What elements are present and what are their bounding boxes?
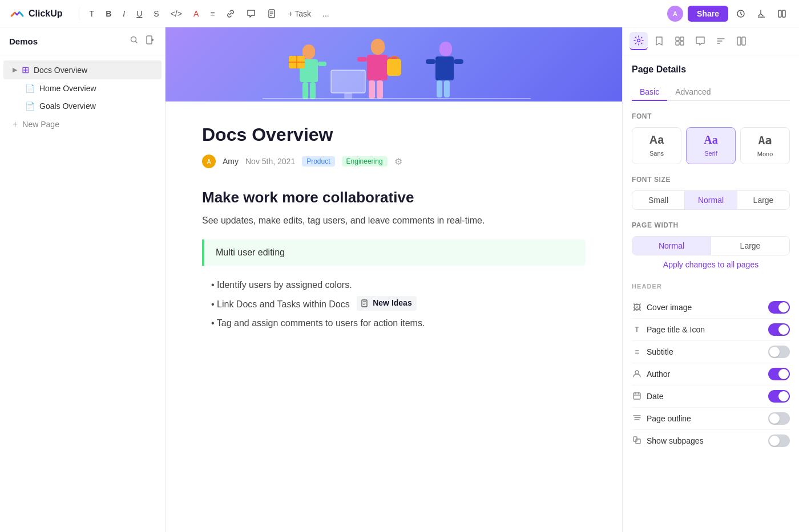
toggle-list: 🖼 Cover image T Page title & Icon [632,297,790,452]
font-option-mono[interactable]: Aa Mono [740,127,790,164]
panel-icon-tabs [623,27,799,55]
page-title-toggle[interactable] [768,323,790,336]
svg-rect-21 [371,39,385,55]
bullet-list: Identify users by assigned colors. Link … [202,277,586,331]
panel-tab-settings[interactable] [629,32,648,50]
author-icon [632,369,642,379]
nav-item-label: Docs Overview [34,66,87,75]
svg-rect-49 [737,37,741,45]
sidebar-item-goals-overview[interactable]: 📄 Goals Overview [3,98,162,115]
subtab-basic[interactable]: Basic [632,84,667,101]
tag-engineering[interactable]: Engineering [342,156,388,166]
underline-btn[interactable]: U [133,7,146,21]
right-panel: Page Details Basic Advanced Font Aa Sans… [622,27,799,532]
font-sans-name: Sans [649,150,664,157]
bookmark-icon [654,36,664,46]
layout-icon [777,9,786,18]
more-btn[interactable]: ... [319,7,333,21]
page-outline-label-row: Page outline [632,414,691,424]
search-btn[interactable] [128,34,140,48]
sidebar-header: Demos [0,27,165,55]
settings-icon[interactable]: ⚙ [394,156,402,167]
svg-rect-29 [435,56,454,80]
page-outline-toggle[interactable] [768,412,790,425]
tag-product[interactable]: Product [302,156,334,166]
new-page-item[interactable]: + New Page [3,115,162,133]
comment-tab-icon [695,36,705,46]
app-logo[interactable]: ClickUp [9,6,63,22]
font-option-serif[interactable]: Aa Serif [686,127,736,164]
toolbar-right: A Share [667,6,790,22]
inline-link-new-ideas[interactable]: New Ideas [357,296,416,311]
size-normal[interactable]: Normal [685,191,737,209]
date-toggle[interactable] [768,390,790,403]
bold-btn[interactable]: B [102,7,115,21]
code-btn[interactable]: </> [167,7,185,21]
size-large[interactable]: Large [737,191,789,209]
new-doc-icon [146,35,155,44]
svg-rect-35 [331,70,365,93]
svg-rect-23 [357,57,367,62]
comment-btn[interactable] [243,7,259,21]
color-btn[interactable]: A [190,7,202,21]
page-outline-label: Page outline [647,414,691,423]
strikethrough-btn[interactable]: S [150,7,162,21]
content-area: Docs Overview A Amy Nov 5th, 2021 Produc… [166,27,622,532]
search-icon [130,35,139,44]
toggle-row-date: Date [632,385,790,408]
text-tool-btn[interactable]: T [86,7,98,21]
user-avatar[interactable]: A [667,6,683,22]
show-subpages-toggle[interactable] [768,434,790,447]
panel-tab-comment[interactable] [691,32,709,50]
history-btn[interactable] [733,7,749,21]
width-large[interactable]: Large [711,237,789,255]
page-date: Nov 5th, 2021 [245,157,295,166]
size-small[interactable]: Small [632,191,685,209]
svg-rect-45 [680,42,684,45]
panel-tab-grid[interactable] [671,32,689,50]
panel-tab-bookmark[interactable] [650,32,668,50]
share-button[interactable]: Share [688,6,728,22]
panel-tab-view[interactable] [732,32,750,50]
panel-tab-sort[interactable] [712,32,730,50]
font-section-label: Font [632,112,790,120]
date-label: Date [647,392,664,401]
sidebar-item-docs-overview[interactable]: ▶ ⊞ Docs Overview [3,60,162,79]
font-mono-name: Mono [757,151,773,157]
svg-rect-36 [344,93,352,99]
page-description: See updates, make edits, tag users, and … [202,213,586,228]
apply-changes-link[interactable]: Apply changes to all pages [632,260,790,269]
page-content-area: Docs Overview A Amy Nov 5th, 2021 Produc… [188,101,599,368]
cover-image-toggle[interactable] [768,301,790,314]
sidebar-actions [128,34,156,48]
new-doc-btn[interactable] [144,34,156,48]
export-btn[interactable] [753,7,769,21]
width-normal[interactable]: Normal [632,237,711,255]
italic-btn[interactable]: I [119,7,128,21]
font-size-label: Font Size [632,176,790,184]
bullet-item-1: Identify users by assigned colors. [202,277,586,293]
page-width-label: Page Width [632,221,790,229]
arrow-icon: ▶ [13,66,17,74]
align-btn[interactable]: ≡ [207,7,218,21]
subtab-advanced[interactable]: Advanced [667,84,719,101]
font-option-sans[interactable]: Aa Sans [632,127,681,164]
layout-btn[interactable] [774,7,790,21]
page-title-icon-icon: T [632,326,642,334]
bullet-item-3: Tag and assign comments to users for act… [202,315,586,331]
attachment-btn[interactable] [264,7,280,21]
workspace-name: Demos [9,36,38,46]
add-task-btn[interactable]: + Task [284,7,314,21]
svg-rect-28 [439,42,452,56]
sidebar-item-home-overview[interactable]: 📄 Home Overview [3,80,162,97]
nav-item-label: Goals Overview [39,101,96,111]
link-btn[interactable] [223,7,239,21]
toggle-row-author: Author [632,363,790,385]
toolbar: ClickUp T B I U S </> A ≡ + Task ... A S… [0,0,799,27]
svg-rect-30 [426,59,435,64]
subtitle-toggle[interactable] [768,346,790,358]
main-layout: Demos ▶ ⊞ Docs Overview 📄 Home Overview [0,27,799,532]
author-toggle[interactable] [768,368,790,380]
toggle-row-show-subpages: Show subpages [632,430,790,452]
attachment-icon [267,9,276,18]
